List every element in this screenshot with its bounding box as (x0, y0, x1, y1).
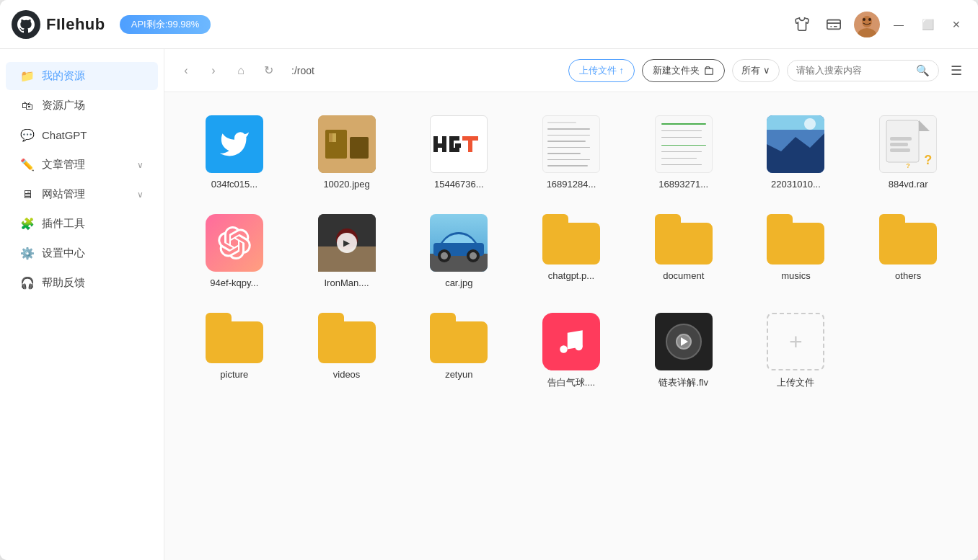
file-item[interactable]: chatgpt.p... (519, 205, 624, 297)
file-item[interactable]: 16891284... (519, 107, 624, 198)
back-button[interactable]: ‹ (176, 61, 196, 81)
new-folder-button[interactable]: 新建文件夹 (642, 59, 725, 82)
svg-point-42 (470, 252, 477, 259)
sidebar-item-settings[interactable]: ⚙️ 设置中心 (6, 239, 158, 267)
sidebar-item-label: 设置中心 (42, 246, 144, 260)
file-item[interactable]: 16893271... (631, 107, 736, 198)
forward-button[interactable]: › (203, 61, 224, 81)
file-thumbnail (655, 115, 713, 173)
file-name: picture (220, 369, 248, 380)
sidebar-item-label: 文章管理 (42, 158, 130, 172)
file-item[interactable]: 94ef-kqpy... (182, 205, 287, 297)
sidebar-item-site-mgmt[interactable]: 🖥 网站管理 ∨ (6, 180, 158, 208)
svg-text:?: ? (906, 162, 910, 169)
edit-icon: ✏️ (20, 158, 35, 172)
file-thumbnail (430, 313, 488, 363)
file-item[interactable]: 034fc015... (182, 107, 287, 198)
file-item[interactable]: others (855, 205, 961, 297)
sidebar-item-label: 网站管理 (42, 187, 130, 201)
sidebar-item-label: ChatGPT (42, 129, 144, 141)
file-thumbnail (206, 214, 263, 272)
sidebar-item-plugin-tools[interactable]: 🧩 插件工具 (6, 210, 158, 238)
file-item[interactable]: 链表详解.flv (631, 304, 736, 398)
svg-point-44 (575, 343, 583, 351)
file-item[interactable]: picture (182, 304, 287, 398)
file-item[interactable]: ? ? 884vd.rar (855, 107, 961, 198)
file-thumbnail (430, 115, 488, 173)
file-item[interactable]: musics (744, 205, 849, 297)
app-logo-icon (12, 10, 40, 39)
svg-rect-31 (890, 148, 910, 152)
app-window: FIlehub API剩余:99.98% — ⬜ ✕ 📁 (0, 0, 978, 560)
svg-rect-21 (468, 136, 472, 152)
file-item[interactable]: car.jpg (406, 205, 511, 297)
main-layout: 📁 我的资源 🛍 资源广场 💬 ChatGPT ✏️ 文章管理 ∨ 🖥 网站管理… (0, 49, 978, 560)
sidebar-item-label: 插件工具 (42, 217, 144, 231)
svg-rect-18 (455, 143, 461, 148)
file-name: 94ef-kqpy... (210, 277, 258, 288)
headset-icon: 🎧 (20, 276, 35, 290)
sidebar-item-resource-plaza[interactable]: 🛍 资源广场 (6, 92, 158, 120)
minimize-button[interactable]: — (889, 14, 909, 35)
file-name: others (895, 270, 921, 281)
svg-point-41 (441, 252, 448, 259)
monitor-icon: 🖥 (20, 188, 35, 201)
search-icon[interactable]: 🔍 (916, 64, 930, 77)
bag-icon: 🛍 (20, 99, 35, 112)
card-icon[interactable] (822, 13, 845, 36)
title-bar: FIlehub API剩余:99.98% — ⬜ ✕ (0, 0, 978, 49)
file-item[interactable]: document (631, 205, 736, 297)
file-item[interactable]: zetyun (406, 304, 511, 398)
file-name: 链表详解.flv (658, 376, 708, 389)
file-item[interactable]: 告白气球.... (519, 304, 624, 398)
file-thumbnail (655, 214, 713, 265)
svg-point-6 (868, 18, 871, 21)
sidebar-item-chatgpt[interactable]: 💬 ChatGPT (6, 121, 158, 149)
plugin-icon: 🧩 (20, 217, 35, 231)
file-thumbnail (318, 115, 376, 173)
svg-rect-17 (449, 136, 459, 141)
file-thumbnail (542, 313, 600, 370)
chevron-down-icon: ∨ (763, 65, 770, 76)
svg-rect-15 (442, 136, 446, 152)
file-name: 16893271... (658, 179, 708, 190)
upload-placeholder-item[interactable]: + 上传文件 (744, 304, 849, 398)
sidebar-item-label: 我的资源 (42, 69, 144, 83)
file-item[interactable]: ▶ IronMan.... (294, 205, 400, 297)
sidebar-item-help[interactable]: 🎧 帮助反馈 (6, 269, 158, 297)
user-avatar[interactable] (854, 12, 880, 37)
file-thumbnail (767, 115, 824, 173)
upload-file-button[interactable]: 上传文件 ↑ (568, 59, 635, 82)
file-item[interactable]: videos (294, 304, 400, 398)
home-button[interactable]: ⌂ (231, 61, 251, 81)
close-button[interactable]: ✕ (946, 14, 966, 35)
file-item[interactable]: 10020.jpeg (294, 107, 400, 198)
file-name: videos (333, 369, 361, 380)
shirt-icon[interactable] (790, 13, 814, 36)
file-item[interactable]: 22031010... (744, 107, 849, 198)
svg-rect-12 (329, 133, 332, 142)
svg-rect-30 (890, 143, 908, 146)
file-thumbnail: ? ? (879, 115, 937, 173)
sidebar-item-article-mgmt[interactable]: ✏️ 文章管理 ∨ (6, 151, 158, 179)
svg-point-5 (863, 18, 865, 21)
file-thumbnail (542, 115, 600, 173)
path-bar: :/root (286, 65, 320, 76)
filter-dropdown[interactable]: 所有 ∨ (732, 59, 780, 82)
logo-area: FIlehub (12, 10, 105, 39)
file-thumbnail (767, 214, 824, 265)
sidebar-item-my-resources[interactable]: 📁 我的资源 (6, 62, 158, 90)
file-item[interactable]: 15446736... (406, 107, 511, 198)
refresh-button[interactable]: ↻ (258, 61, 278, 81)
view-toggle-button[interactable]: ☰ (946, 61, 966, 81)
search-input[interactable] (796, 65, 912, 76)
toolbar: ‹ › ⌂ ↻ :/root 上传文件 ↑ 新建文件夹 所有 ∨ 🔍 (164, 49, 978, 92)
file-name: musics (781, 270, 810, 281)
file-grid: 034fc015... 10020.jpeg (164, 92, 978, 560)
svg-point-25 (804, 118, 816, 130)
maximize-button[interactable]: ⬜ (917, 14, 938, 35)
app-title: FIlehub (46, 15, 105, 34)
file-name: car.jpg (445, 277, 472, 288)
file-thumbnail (206, 115, 263, 173)
content-area: ‹ › ⌂ ↻ :/root 上传文件 ↑ 新建文件夹 所有 ∨ 🔍 (164, 49, 978, 560)
